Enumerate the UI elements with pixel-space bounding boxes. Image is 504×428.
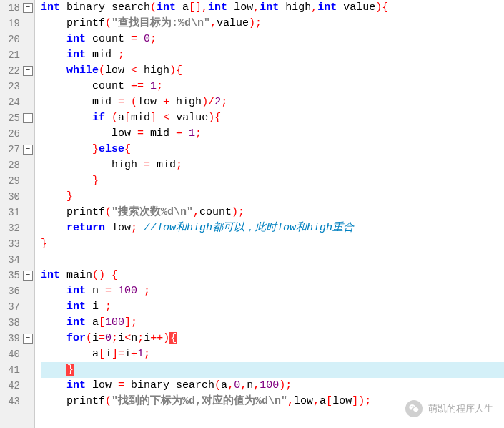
token-op: ; — [221, 96, 227, 108]
token-num: 0 — [105, 332, 112, 344]
token-kw: int — [317, 1, 337, 14]
token-op: } — [66, 190, 73, 203]
fold-spacer — [23, 34, 33, 44]
code-line[interactable]: if (a[mid] < value){ — [41, 110, 504, 126]
code-line[interactable]: printf("查找目标为:%d\n",value); — [41, 16, 504, 31]
token-plain: count — [86, 33, 131, 45]
token-op: ; — [118, 49, 124, 61]
code-line[interactable]: for(i=0;i<n;i++){ — [41, 331, 504, 346]
fold-toggle-icon[interactable]: − — [23, 113, 33, 123]
token-kw: int — [66, 301, 86, 313]
code-line[interactable]: a[i]=i+1; — [41, 346, 504, 362]
token-plain: a — [176, 1, 189, 14]
code-area[interactable]: int binary_search(int a[],int low,int hi… — [35, 0, 504, 428]
fold-spacer — [23, 223, 33, 233]
token-op: } — [92, 143, 99, 155]
gutter-line: 26 — [0, 126, 34, 142]
token-kw: int — [66, 316, 86, 329]
fold-toggle-icon[interactable]: − — [23, 271, 33, 281]
line-number: 30 — [3, 191, 20, 203]
token-num: 1 — [150, 80, 157, 92]
token-op: ){ — [169, 64, 182, 77]
token-plain: low — [137, 96, 163, 108]
gutter-line: 32 — [0, 220, 34, 236]
code-line[interactable]: low = mid + 1; — [41, 126, 504, 142]
token-op: } — [92, 175, 99, 187]
token-op: ( — [105, 206, 112, 218]
token-kw: else — [99, 143, 124, 155]
token-op: ; — [195, 127, 202, 140]
code-line[interactable]: int count = 0; — [41, 31, 504, 47]
fold-spacer — [23, 239, 33, 249]
token-kw: int — [208, 1, 227, 14]
gutter-line: 29 — [0, 173, 34, 189]
line-number: 20 — [3, 34, 20, 45]
code-line[interactable]: } — [41, 173, 504, 189]
token-plain: n — [247, 379, 253, 391]
line-number: 34 — [3, 254, 20, 266]
fold-spacer — [23, 255, 33, 265]
gutter-line: 19 — [0, 16, 34, 31]
token-num: 2 — [214, 96, 221, 108]
code-line[interactable] — [41, 252, 504, 268]
token-op: , — [313, 395, 320, 407]
token-plain: i — [86, 301, 105, 313]
token-plain: count — [41, 80, 131, 92]
fold-spacer — [23, 302, 33, 312]
token-plain — [41, 49, 66, 61]
fold-toggle-icon[interactable]: − — [23, 145, 33, 155]
token-op: + — [176, 127, 182, 140]
code-line[interactable]: int mid ; — [41, 47, 504, 63]
fold-toggle-icon[interactable]: − — [23, 334, 33, 344]
token-plain: count — [199, 206, 232, 218]
token-kw: int — [260, 1, 279, 14]
code-line[interactable]: } — [41, 189, 504, 205]
token-plain: high — [41, 159, 144, 171]
token-op: ; — [137, 332, 144, 344]
fold-toggle-icon[interactable]: − — [23, 3, 33, 13]
watermark-text: 萌凯的程序人生 — [428, 402, 493, 415]
token-op: ); — [232, 206, 244, 218]
token-plain — [41, 175, 92, 187]
token-op: ( — [86, 332, 92, 344]
token-str: "找到的下标为%d,对应的值为%d\n" — [112, 395, 287, 407]
line-number: 41 — [3, 364, 20, 376]
token-plain — [124, 96, 131, 108]
code-line[interactable]: int n = 100 ; — [41, 283, 504, 299]
token-op: [ — [99, 316, 105, 329]
token-op: ; — [144, 285, 150, 297]
code-line[interactable]: mid = (low + high)/2; — [41, 94, 504, 110]
token-plain — [41, 143, 92, 155]
token-op: ( — [150, 1, 157, 14]
gutter-line: 18− — [0, 0, 34, 16]
token-op: = — [131, 33, 137, 45]
code-line[interactable]: } — [41, 236, 504, 252]
token-plain — [41, 379, 66, 391]
fold-toggle-icon[interactable]: − — [23, 66, 33, 76]
code-line[interactable]: } — [41, 362, 504, 378]
code-line[interactable]: high = mid; — [41, 157, 504, 173]
code-line[interactable]: while(low < high){ — [41, 63, 504, 79]
token-op: [], — [189, 1, 208, 14]
line-number: 27 — [3, 144, 20, 155]
token-plain — [137, 222, 144, 234]
token-num: 0 — [234, 379, 240, 391]
token-op: = — [118, 96, 124, 108]
token-op: = — [137, 127, 144, 140]
code-line[interactable]: int low = binary_search(a,0,n,100); — [41, 378, 504, 394]
code-line[interactable]: count += 1; — [41, 79, 504, 94]
token-kw: int — [66, 285, 86, 297]
code-line[interactable]: int a[100]; — [41, 315, 504, 331]
fold-spacer — [23, 381, 33, 391]
code-line[interactable]: printf("搜索次数%d\n",count); — [41, 205, 504, 220]
token-plain: n — [86, 285, 105, 297]
token-plain: value — [169, 112, 208, 124]
fold-spacer — [23, 19, 33, 29]
code-line[interactable]: int main() { — [41, 268, 504, 283]
token-plain: i — [92, 332, 99, 344]
code-line[interactable]: int binary_search(int a[],int low,int hi… — [41, 0, 504, 16]
token-plain — [137, 285, 144, 297]
code-line[interactable]: int i ; — [41, 299, 504, 315]
code-line[interactable]: }else{ — [41, 142, 504, 157]
code-line[interactable]: return low; //low和high都可以，此时low和high重合 — [41, 220, 504, 236]
